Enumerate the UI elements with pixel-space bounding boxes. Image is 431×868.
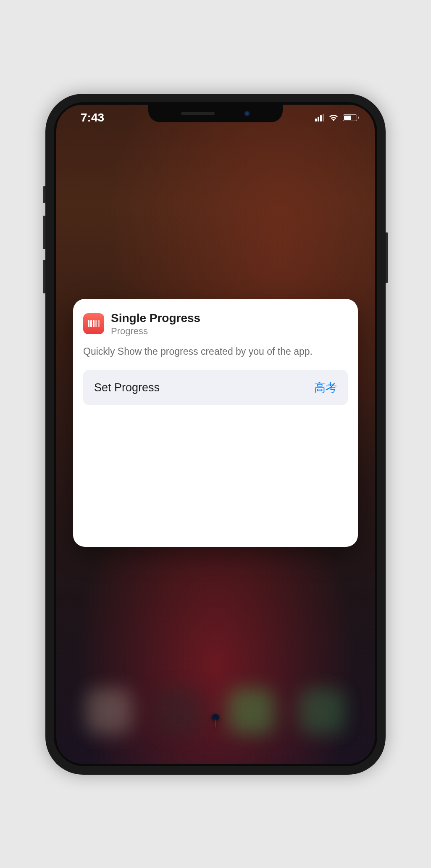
set-progress-value: 高考 [314, 380, 337, 395]
battery-icon [343, 114, 359, 121]
app-icon [83, 313, 104, 334]
power-button [386, 232, 388, 283]
dock-app-icon [299, 688, 345, 734]
mute-switch [43, 186, 45, 203]
dock-app-icon [86, 688, 132, 734]
wifi-icon [329, 114, 339, 121]
cellular-signal-icon [315, 114, 324, 121]
set-progress-label: Set Progress [94, 381, 160, 394]
widget-header: Single Progress Progress [83, 311, 348, 337]
status-right [315, 114, 362, 121]
earpiece-speaker [181, 112, 215, 115]
set-progress-row[interactable]: Set Progress 高考 [83, 370, 348, 405]
dock-app-icon [157, 688, 203, 734]
widget-app-name: Progress [111, 325, 200, 337]
notch [148, 105, 283, 122]
volume-down-button [43, 260, 45, 293]
dock-app-icon [228, 688, 274, 734]
status-time: 7:43 [69, 111, 104, 124]
screen: 7:43 [56, 105, 375, 764]
dock-blurred [73, 680, 358, 743]
widget-title: Single Progress [111, 311, 200, 325]
volume-up-button [43, 216, 45, 249]
widget-titles: Single Progress Progress [111, 311, 200, 337]
cursor-pointer [211, 714, 220, 730]
progress-bars-icon [88, 320, 100, 327]
phone-bezel: 7:43 [54, 102, 377, 766]
front-camera [244, 111, 250, 116]
phone-frame: 7:43 [45, 94, 386, 775]
widget-description: Quickly Show the progress created by you… [83, 345, 348, 358]
widget-configuration-card[interactable]: Single Progress Progress Quickly Show th… [73, 299, 358, 547]
